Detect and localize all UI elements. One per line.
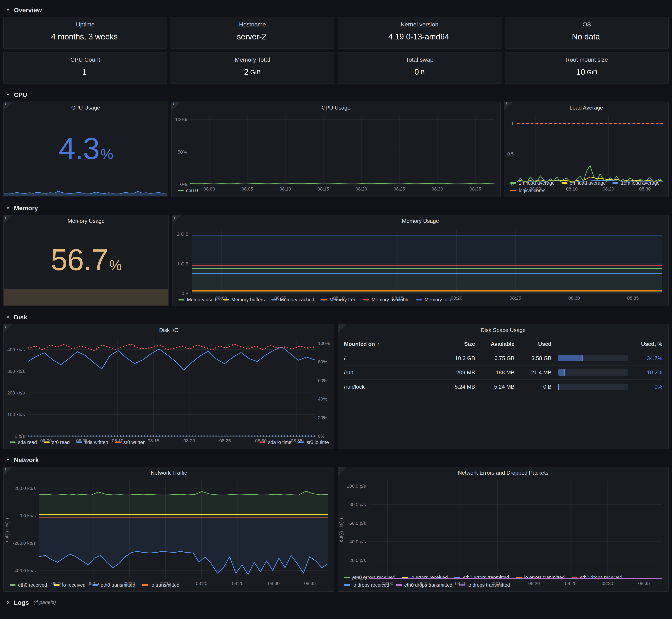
network-errors-chart[interactable]: 0.0 p/s20.0 p/s40.0 p/s60.0 p/s80.0 p/s1… [338,478,668,574]
cpu-usage-chart[interactable]: 0%50%100%08:0008:0508:1008:1508:2008:250… [172,113,500,187]
stat-title: Total swap [338,56,501,63]
svg-text:20.0 p/s: 20.0 p/s [350,558,366,563]
svg-text:1: 1 [511,121,514,126]
disk-space-table: Mounted on↑ Size Available Used Used, % … [338,335,668,449]
svg-text:08:30: 08:30 [639,186,651,192]
panel-title[interactable]: Disk Space Usage [338,324,668,335]
panel-info-icon[interactable]: i [172,102,180,111]
panel-title[interactable]: Load Average [504,102,668,113]
stat-value: 4.19.0-13-amd64 [338,28,501,48]
panel-info-icon[interactable]: i [338,467,347,476]
section-panel-count: (4 panels) [34,599,56,605]
cpu-usage-sparkline [4,177,167,196]
panel-info-icon[interactable]: i [504,102,513,111]
panel-title[interactable]: Network Traffic [4,467,334,478]
cell-used: 3.58 GB [514,355,551,361]
svg-text:-200.0 kb/s: -200.0 kb/s [13,541,36,546]
svg-text:08:20: 08:20 [603,186,614,192]
svg-text:0%: 0% [180,182,187,187]
svg-text:100 kb/s: 100 kb/s [7,412,25,417]
svg-text:60.0 p/s: 60.0 p/s [350,521,366,526]
cell-size: 10.3 GB [439,355,475,361]
column-header-used-pct[interactable]: Used, % [630,341,662,347]
svg-text:0 B: 0 B [182,291,189,296]
svg-text:08:25: 08:25 [565,581,576,586]
svg-text:08:30: 08:30 [568,295,580,301]
svg-text:08:05: 08:05 [418,581,430,586]
panel-info-icon[interactable]: i [4,324,12,333]
cell-available: 6.75 GB [475,355,514,361]
svg-text:08:35: 08:35 [627,295,638,301]
stat-value: 2GiB [171,63,334,83]
panel-title[interactable]: Network Errors and Dropped Packets [338,467,668,478]
panel-info-icon[interactable]: i [4,102,12,111]
cell-mounted-on: / [344,355,439,361]
panel-info-icon[interactable]: i [338,324,347,333]
svg-text:08:25: 08:25 [232,581,243,586]
stat-title: Hostname [171,21,334,28]
panel-title[interactable]: CPU Usage [4,102,168,113]
cell-size: 5.24 MB [439,384,475,390]
grafana-dashboard: Overview Uptime 4 months, 3 weeks Hostna… [0,0,672,619]
column-header-used[interactable]: Used [514,341,551,347]
svg-text:50%: 50% [178,149,187,155]
panel-title[interactable]: Memory Usage [4,215,169,226]
stat-value: No data [505,28,668,48]
cell-gauge [551,369,630,375]
svg-text:08:15: 08:15 [317,186,329,192]
svg-text:-400.0 kb/s: -400.0 kb/s [13,568,36,573]
svg-text:0 b/s: 0 b/s [15,433,25,439]
panel-info-icon[interactable]: i [4,467,12,476]
section-header-logs[interactable]: Logs (4 panels) [3,595,669,609]
disk-space-usage-panel: i Disk Space Usage Mounted on↑ Size Avai… [338,324,669,449]
svg-text:08:20: 08:20 [184,438,195,443]
memory-usage-chart[interactable]: 0 B1 GiB2 GiB08:0008:0508:1008:1508:2008… [173,226,668,296]
column-header-available[interactable]: Available [475,341,514,347]
section-label: Disk [14,313,27,321]
svg-text:08:10: 08:10 [566,186,577,192]
panel-info-icon[interactable]: i [173,215,181,224]
stat-title: Uptime [4,21,167,28]
table-row: /run209 MB188 MB21.4 MB10.2% [344,365,662,380]
chevron-down-icon [5,457,11,463]
section-header-disk[interactable]: Disk [3,310,669,324]
section-label: Memory [14,204,38,211]
svg-text:200.0 kb/s: 200.0 kb/s [14,486,36,491]
svg-text:200 kb/s: 200 kb/s [7,390,25,396]
column-header-mounted-on[interactable]: Mounted on↑ [344,341,439,347]
svg-text:08:00: 08:00 [530,186,541,192]
svg-text:08:35: 08:35 [638,581,650,586]
svg-text:40%: 40% [318,396,327,402]
panel-title[interactable]: Memory Usage [173,215,668,226]
stat-panel-os: OS No data [505,17,669,49]
usage-gauge [558,369,628,375]
column-header-size[interactable]: Size [439,341,475,347]
section-header-network[interactable]: Network [3,453,669,467]
svg-text:0.0 kb/s: 0.0 kb/s [19,513,36,518]
cell-used: 21.4 MB [514,369,551,375]
svg-text:08:35: 08:35 [291,438,302,443]
panel-title[interactable]: Disk I/O [4,324,334,335]
svg-text:08:15: 08:15 [160,581,171,586]
svg-text:08:20: 08:20 [196,581,207,586]
section-header-overview[interactable]: Overview [3,3,669,17]
stat-value: 1 [4,63,167,83]
table-header-row: Mounted on↑ Size Available Used Used, % [344,337,662,351]
svg-text:08:10: 08:10 [280,186,291,192]
network-row: i Network Traffic 200.0 kb/s0.0 kb/s-200… [3,467,669,592]
svg-text:08:10: 08:10 [123,581,135,586]
svg-text:08:00: 08:00 [40,438,52,443]
svg-text:0: 0 [511,182,514,187]
stat-title: OS [505,21,668,28]
network-traffic-chart[interactable]: 200.0 kb/s0.0 kb/s-200.0 kb/s-400.0 kb/s… [4,478,334,581]
section-header-memory[interactable]: Memory [3,201,669,215]
sort-ascending-icon: ↑ [377,341,379,347]
disk-io-chart[interactable]: 0 b/s100 kb/s200 kb/s300 kb/s400 kb/s0%2… [4,335,334,438]
load-average-chart[interactable]: 00.5108:0008:1008:2008:30 [504,113,668,179]
chevron-right-icon [5,599,11,605]
panel-title[interactable]: CPU Usage [172,102,500,113]
svg-text:08:25: 08:25 [393,186,405,192]
panel-info-icon[interactable]: i [4,215,12,224]
section-header-cpu[interactable]: CPU [3,87,669,101]
cell-used-pct: 34.7% [630,355,662,361]
